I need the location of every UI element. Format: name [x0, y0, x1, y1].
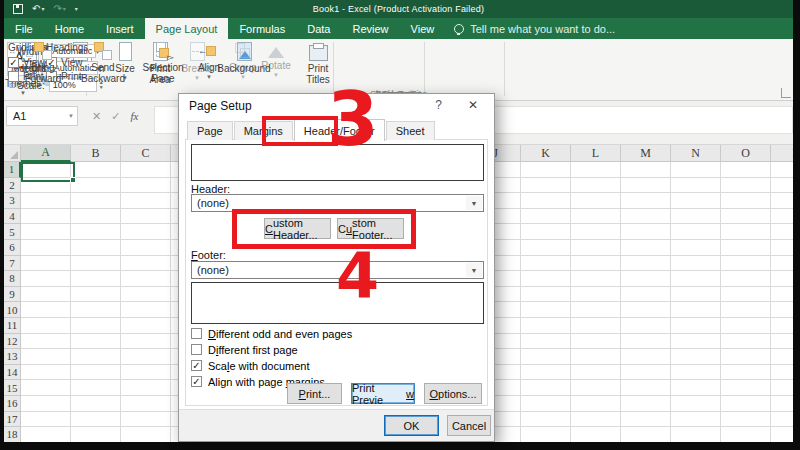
cell-K12[interactable]	[521, 334, 571, 350]
cell-B18[interactable]	[71, 427, 121, 442]
cell-K11[interactable]	[521, 318, 571, 334]
cell-A13[interactable]	[21, 349, 71, 365]
cell-P16[interactable]	[771, 396, 793, 412]
cell-A11[interactable]	[21, 318, 71, 334]
cell-C9[interactable]	[121, 287, 171, 303]
cell-B12[interactable]	[71, 334, 121, 350]
cell-B2[interactable]	[71, 178, 121, 194]
tab-file[interactable]: File	[4, 18, 44, 39]
cell-M2[interactable]	[621, 178, 671, 194]
cell-L5[interactable]	[571, 224, 621, 240]
tab-formulas[interactable]: Formulas	[228, 18, 296, 39]
row-header-8[interactable]: 8	[4, 271, 21, 287]
insert-function-icon[interactable]: fx	[130, 110, 138, 122]
cell-L1[interactable]	[571, 162, 621, 178]
cell-M5[interactable]	[621, 224, 671, 240]
cell-L2[interactable]	[571, 178, 621, 194]
dialog-tab-page[interactable]: Page	[187, 121, 233, 140]
cell-B10[interactable]	[71, 302, 121, 318]
cell-L11[interactable]	[571, 318, 621, 334]
cell-M4[interactable]	[621, 209, 671, 225]
cell-C10[interactable]	[121, 302, 171, 318]
column-header-A[interactable]: A	[21, 145, 71, 162]
cell-K2[interactable]	[521, 178, 571, 194]
cell-M12[interactable]	[621, 334, 671, 350]
cell-O4[interactable]	[721, 209, 771, 225]
cell-P10[interactable]	[771, 302, 793, 318]
cell-L3[interactable]	[571, 193, 621, 209]
selected-cell-outline[interactable]	[21, 162, 75, 182]
cell-N13[interactable]	[671, 349, 721, 365]
cell-B4[interactable]	[71, 209, 121, 225]
cell-P1[interactable]	[771, 162, 793, 178]
bring-forward-button[interactable]: Bring Forward	[18, 42, 68, 84]
cell-C3[interactable]	[121, 193, 171, 209]
send-backward-button[interactable]: Send Backward	[76, 42, 130, 84]
cell-N10[interactable]	[671, 302, 721, 318]
chevron-down-icon[interactable]: ▼	[466, 196, 482, 210]
row-header-11[interactable]: 11	[4, 318, 21, 334]
align-button[interactable]: ← Align▼	[192, 42, 226, 80]
cell-B14[interactable]	[71, 365, 121, 381]
cell-B6[interactable]	[71, 240, 121, 256]
cell-C5[interactable]	[121, 224, 171, 240]
cell-O18[interactable]	[721, 427, 771, 442]
cell-C17[interactable]	[121, 412, 171, 428]
cell-M1[interactable]	[621, 162, 671, 178]
tab-review[interactable]: Review	[341, 18, 399, 39]
cell-C8[interactable]	[121, 271, 171, 287]
cell-M17[interactable]	[621, 412, 671, 428]
cell-K14[interactable]	[521, 365, 571, 381]
rotate-button[interactable]: Rotate▼	[260, 42, 292, 78]
cell-N5[interactable]	[671, 224, 721, 240]
cell-O12[interactable]	[721, 334, 771, 350]
cell-K15[interactable]	[521, 380, 571, 396]
cell-P9[interactable]	[771, 287, 793, 303]
help-icon[interactable]: ?	[435, 98, 442, 112]
cell-K8[interactable]	[521, 271, 571, 287]
cell-L13[interactable]	[571, 349, 621, 365]
cell-O3[interactable]	[721, 193, 771, 209]
undo-icon[interactable]: ↶▾	[32, 4, 44, 14]
cell-P13[interactable]	[771, 349, 793, 365]
cell-P8[interactable]	[771, 271, 793, 287]
cell-N7[interactable]	[671, 256, 721, 272]
cell-C1[interactable]	[121, 162, 171, 178]
tab-view[interactable]: View	[400, 18, 446, 39]
ok-button[interactable]: OK	[384, 415, 439, 436]
checkbox-scale-with-document[interactable]: Scale with document	[191, 359, 310, 372]
row-header-10[interactable]: 10	[4, 302, 21, 318]
tab-data[interactable]: Data	[296, 18, 341, 39]
cell-L16[interactable]	[571, 396, 621, 412]
cell-A9[interactable]	[21, 287, 71, 303]
checkbox-different-first-page[interactable]: Different first page	[191, 343, 298, 356]
cell-L12[interactable]	[571, 334, 621, 350]
cell-O14[interactable]	[721, 365, 771, 381]
cell-M13[interactable]	[621, 349, 671, 365]
cell-A10[interactable]	[21, 302, 71, 318]
cell-K16[interactable]	[521, 396, 571, 412]
cell-C4[interactable]	[121, 209, 171, 225]
column-header-L[interactable]: L	[571, 145, 621, 162]
cell-L15[interactable]	[571, 380, 621, 396]
row-header-17[interactable]: 17	[4, 412, 21, 428]
cell-N8[interactable]	[671, 271, 721, 287]
cell-K4[interactable]	[521, 209, 571, 225]
cell-L14[interactable]	[571, 365, 621, 381]
customize-quick-access-icon[interactable]: ▾	[75, 4, 78, 14]
cell-N4[interactable]	[671, 209, 721, 225]
cell-P7[interactable]	[771, 256, 793, 272]
cell-K3[interactable]	[521, 193, 571, 209]
cell-N3[interactable]	[671, 193, 721, 209]
column-header-C[interactable]: C	[121, 145, 171, 162]
cell-L18[interactable]	[571, 427, 621, 442]
cell-K10[interactable]	[521, 302, 571, 318]
cell-P18[interactable]	[771, 427, 793, 442]
row-header-12[interactable]: 12	[4, 334, 21, 350]
cell-M10[interactable]	[621, 302, 671, 318]
cell-L6[interactable]	[571, 240, 621, 256]
cancel-button[interactable]: Cancel	[447, 415, 491, 436]
row-header-3[interactable]: 3	[4, 193, 21, 209]
cell-B13[interactable]	[71, 349, 121, 365]
cell-B7[interactable]	[71, 256, 121, 272]
